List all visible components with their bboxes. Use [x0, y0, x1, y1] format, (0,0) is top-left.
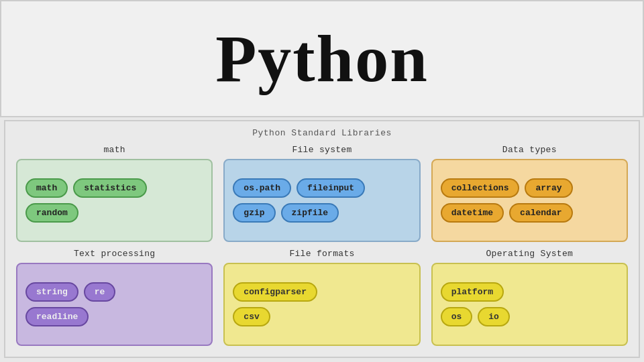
tags-row: readline — [25, 307, 89, 326]
tag-array: array — [525, 178, 572, 198]
tags-row: osio — [441, 307, 510, 326]
tags-row: gzipzipfile — [233, 203, 339, 223]
group-box-fileformats: configparsercsv — [223, 263, 420, 346]
tag-calendar: calendar — [509, 203, 572, 223]
bottom-panel: Python Standard Libraries mathmathstatis… — [4, 120, 640, 358]
tag-io: io — [478, 307, 510, 326]
group-label-datatypes: Data types — [502, 145, 557, 155]
tag-string: string — [25, 282, 78, 302]
tags-row: os.pathfileinput — [233, 178, 365, 198]
tag-statistics: statistics — [73, 178, 147, 198]
tags-row: configparser — [233, 282, 317, 302]
python-title: Python — [215, 20, 429, 97]
group-math: mathmathstatisticsrandom — [16, 145, 213, 242]
tag-gzip: gzip — [233, 203, 275, 223]
tag-os-path: os.path — [233, 178, 291, 198]
group-label-math: math — [103, 145, 125, 155]
group-box-filesystem: os.pathfileinputgzipzipfile — [223, 159, 420, 242]
top-panel: Python — [0, 0, 644, 117]
tags-row: stringre — [25, 282, 115, 302]
tag-os: os — [441, 307, 473, 326]
group-box-datatypes: collectionsarraydatetimecalendar — [431, 159, 628, 242]
group-datatypes: Data typescollectionsarraydatetimecalend… — [431, 145, 628, 242]
tags-row: random — [25, 203, 78, 223]
tag-collections: collections — [441, 178, 520, 198]
panel-title: Python Standard Libraries — [16, 128, 628, 138]
group-box-math: mathstatisticsrandom — [16, 159, 213, 242]
tag-re: re — [84, 282, 116, 302]
group-label-textprocessing: Text processing — [74, 249, 156, 259]
tag-random: random — [25, 203, 78, 223]
tag-platform: platform — [441, 282, 504, 302]
group-filesystem: File systemos.pathfileinputgzipzipfile — [223, 145, 420, 242]
tag-fileinput: fileinput — [297, 178, 365, 198]
tags-row: platform — [441, 282, 504, 302]
tag-zipfile: zipfile — [281, 203, 339, 223]
group-textprocessing: Text processingstringrereadline — [16, 249, 213, 346]
tag-readline: readline — [25, 307, 89, 326]
group-label-filesystem: File system — [292, 145, 352, 155]
tag-math: math — [25, 178, 68, 198]
tags-row: datetimecalendar — [441, 203, 573, 223]
tag-configparser: configparser — [233, 282, 317, 302]
tags-row: csv — [233, 307, 270, 326]
tags-row: collectionsarray — [441, 178, 573, 198]
group-label-os: Operating System — [486, 249, 574, 259]
group-os: Operating Systemplatformosio — [431, 249, 628, 346]
tags-row: mathstatistics — [25, 178, 147, 198]
group-label-fileformats: File formats — [289, 249, 354, 259]
groups-grid: mathmathstatisticsrandomFile systemos.pa… — [16, 145, 628, 346]
tag-csv: csv — [233, 307, 270, 326]
group-box-textprocessing: stringrereadline — [16, 263, 213, 346]
group-box-os: platformosio — [431, 263, 628, 346]
tag-datetime: datetime — [441, 203, 504, 223]
group-fileformats: File formatsconfigparsercsv — [223, 249, 420, 346]
